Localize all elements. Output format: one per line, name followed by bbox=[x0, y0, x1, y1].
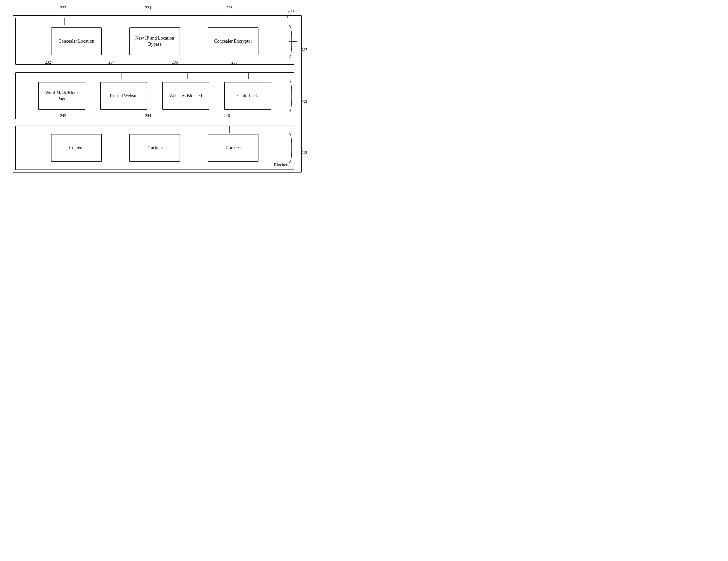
label-236: 236 bbox=[172, 60, 178, 65]
label-224: 224 bbox=[145, 6, 151, 10]
row-240-inner: Content Trackers Cookies bbox=[16, 126, 294, 169]
row-230-inner: Word Mask/Block Page Trusted Website Web… bbox=[16, 73, 294, 119]
row-240: 242 244 246 Content Trackers Cookies Blo… bbox=[15, 126, 294, 170]
blockers-label: Blockers bbox=[274, 162, 289, 167]
label-220: 220 bbox=[301, 47, 307, 52]
label-234: 234 bbox=[108, 60, 114, 65]
label-244: 244 bbox=[145, 113, 151, 118]
item-concealer-location: Concealer Location bbox=[51, 27, 102, 55]
item-word-mask-block-page: Word Mask/Block Page bbox=[38, 82, 85, 110]
label-232: 232 bbox=[45, 60, 51, 65]
diagram-root: 200 222 224 226 Concealer Location New I… bbox=[10, 8, 309, 175]
item-concealer-encryptor: Concealer Encryptor bbox=[208, 27, 258, 55]
row-230: 232 234 236 238 Word Mask/Block Page Tru… bbox=[15, 72, 294, 119]
item-websites-blocked: Websites Blocked bbox=[162, 82, 209, 110]
item-new-ip-location-bypass: New IP and Location Bypass bbox=[129, 27, 180, 55]
item-content: Content bbox=[51, 134, 102, 162]
item-child-lock: Child Lock bbox=[224, 82, 271, 110]
label-226: 226 bbox=[226, 6, 232, 10]
label-240: 240 bbox=[301, 150, 307, 155]
label-200: 200 bbox=[288, 9, 294, 13]
item-trusted-website: Trusted Website bbox=[100, 82, 147, 110]
item-cookies: Cookies bbox=[208, 134, 258, 162]
row-220: 222 224 226 Concealer Location New IP an… bbox=[15, 18, 294, 65]
item-trackers: Trackers bbox=[129, 134, 180, 162]
label-238: 238 bbox=[231, 60, 237, 65]
label-242: 242 bbox=[60, 113, 66, 118]
label-246: 246 bbox=[224, 113, 230, 118]
row-220-inner: Concealer Location New IP and Location B… bbox=[16, 18, 294, 64]
label-230: 230 bbox=[301, 99, 307, 104]
label-222: 222 bbox=[60, 6, 66, 10]
